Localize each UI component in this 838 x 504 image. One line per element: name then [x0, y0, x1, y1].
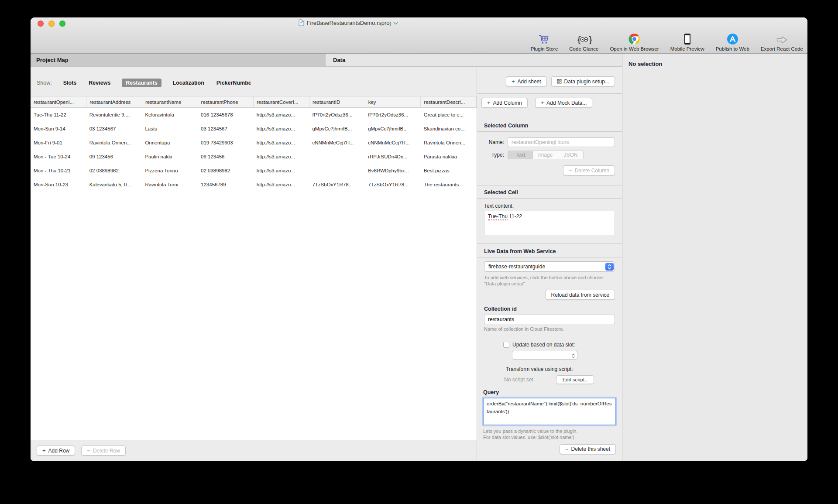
type-option-json[interactable]: JSON [558, 151, 584, 159]
cell[interactable]: 123456789 [198, 178, 254, 192]
web-service-select[interactable]: firebase-restaurantguide [484, 261, 615, 272]
cell[interactable]: Ravintola Onnen... [421, 136, 477, 150]
app-window: FireBaseRestaurantsDemo.rsproj Plugin St… [31, 17, 807, 461]
column-header[interactable]: restaurantPhone [198, 96, 254, 108]
cell[interactable]: Bv8RWDphy9bx... [365, 164, 421, 178]
cell[interactable]: Ravintola Onnen... [86, 136, 142, 150]
tab-data[interactable]: Data [326, 54, 622, 66]
type-option-image[interactable]: Image [533, 151, 558, 159]
toolbar-mobile-preview[interactable]: Mobile Preview [670, 33, 704, 51]
window-title-row: FireBaseRestaurantsDemo.rsproj [31, 19, 666, 26]
cell[interactable]: Mon-Sun 10-23 [31, 178, 86, 192]
document-proxy-icon[interactable] [299, 19, 304, 26]
cell[interactable]: http://s3.amazo... [254, 122, 309, 136]
column-header[interactable]: restaurantOpeni... [31, 96, 86, 108]
cell[interactable] [309, 150, 365, 164]
cell[interactable] [309, 164, 365, 178]
show-segment-slots[interactable]: Slots [62, 79, 78, 87]
delete-column-button[interactable]: − Delete Column [563, 165, 615, 175]
cell[interactable]: 03 1234567 [86, 122, 142, 136]
cell-content-textarea[interactable]: Tue-Thu 11-22 [484, 211, 615, 235]
cell[interactable]: http://s3.amazo... [254, 150, 309, 164]
titlebar: FireBaseRestaurantsDemo.rsproj Plugin St… [31, 17, 807, 54]
cell[interactable]: Parasta nakkia [421, 150, 477, 164]
chevron-down-icon[interactable] [393, 22, 398, 25]
add-row-button[interactable]: + Add Row [37, 446, 75, 456]
delete-row-button[interactable]: − Delete Row [81, 446, 126, 456]
show-segment-restaurants[interactable]: Restaurants [122, 79, 161, 87]
cell[interactable]: Tue-Thu 11-22 [31, 108, 86, 122]
cell[interactable]: Mon-Fri 9-01 [31, 136, 86, 150]
cell[interactable]: Ravintola Torni [142, 178, 198, 192]
cell[interactable]: 03 1234567 [198, 122, 254, 136]
data-sheet-area: Show: SlotsReviewsRestaurantsLocalizatio… [31, 67, 477, 461]
cell[interactable]: gMpvCc7jhmrlB... [309, 122, 365, 136]
tab-project-map[interactable]: Project Map [31, 54, 326, 66]
cell[interactable]: Skandinavian co... [421, 122, 477, 136]
cell[interactable]: Revontulentie 9,... [86, 108, 142, 122]
toolbar-code-glance[interactable]: {}Code Glance [569, 33, 598, 51]
cell[interactable]: fP70rt2yOdsz36... [365, 108, 421, 122]
collection-id-field[interactable]: restaurants [484, 315, 615, 324]
cell[interactable]: 7TzSbOxY1R78... [365, 178, 421, 192]
cell[interactable]: 09 123456 [86, 150, 142, 164]
cell[interactable]: Keloravintola [142, 108, 198, 122]
data-plugin-setup-button[interactable]: Data plugin setup... [551, 76, 615, 86]
toolbar-publish-to-web[interactable]: Publish to Web [716, 33, 749, 51]
cell[interactable]: Mon - Thu 10-21 [31, 164, 86, 178]
cell[interactable]: Great place to e... [421, 108, 477, 122]
minus-icon: − [565, 446, 569, 452]
show-segment-localization[interactable]: Localization [172, 79, 205, 87]
cell[interactable]: 7TzSbOxY1R78... [309, 178, 365, 192]
cell[interactable]: Paulin nakki [142, 150, 198, 164]
column-header[interactable]: key [365, 96, 421, 108]
cell[interactable]: Onnentupa [142, 136, 198, 150]
cell[interactable]: 02 03898982 [198, 164, 254, 178]
add-column-button[interactable]: + Add Column [481, 98, 528, 108]
reload-data-button[interactable]: Reload data from service [546, 290, 615, 300]
cell[interactable]: 02 03898982 [86, 164, 142, 178]
cell[interactable]: 09 123456 [198, 150, 254, 164]
toolbar-open-in-web-browser[interactable]: Open in Web Browser [610, 33, 659, 51]
cell[interactable]: fP70rt2yOdsz36... [309, 108, 365, 122]
toolbar-export-react-code[interactable]: Export React Code [761, 33, 803, 51]
cell[interactable]: The restaurants... [421, 178, 477, 192]
cell[interactable]: http://s3.amazo... [254, 164, 309, 178]
column-header[interactable]: restaurantCoverI... [254, 96, 309, 108]
toolbar-plugin-store[interactable]: Plugin Store [531, 33, 558, 51]
column-header[interactable]: restaurantAddress [86, 96, 142, 108]
update-data-slot-checkbox[interactable] [503, 342, 509, 348]
type-option-text[interactable]: Text [508, 151, 533, 159]
query-textarea[interactable]: orderBy("restaurantName").limit($slot('d… [483, 398, 616, 425]
cell[interactable]: rHPJrSUDn4Dx... [365, 150, 421, 164]
cell[interactable]: cNNMnMeCcj7H... [365, 136, 421, 150]
cell[interactable]: cNNMnMeCcj7H... [309, 136, 365, 150]
column-header[interactable]: restaurantName [142, 96, 198, 108]
cell[interactable]: 019 73429903 [198, 136, 254, 150]
column-name-field[interactable]: restaurantOpeningHours [508, 137, 615, 147]
delete-sheet-button[interactable]: − Delete this sheet [560, 444, 616, 454]
query-help: Lets you pass a dynamic value to the plu… [483, 429, 615, 441]
column-header[interactable]: restaurantID [309, 96, 365, 108]
add-mock-data-button[interactable]: + Add Mock Data... [535, 98, 593, 108]
column-header[interactable]: restaurantDescri... [421, 96, 477, 108]
cell[interactable]: 016 12345678 [198, 108, 254, 122]
cell[interactable]: Lastu [142, 122, 198, 136]
select-stepper-icon [605, 263, 614, 271]
web-service-help: To add web services, click the button ab… [484, 274, 615, 287]
cell[interactable]: http://s3.amazo... [254, 108, 309, 122]
edit-script-button[interactable]: Edit script.. [556, 375, 594, 384]
cell[interactable]: Best pizzas [421, 164, 477, 178]
add-sheet-button[interactable]: + Add sheet [506, 76, 547, 86]
show-segment-pickernumbe[interactable]: PickerNumbe [216, 79, 251, 87]
cell[interactable]: Kalevankatu 5, 0... [86, 178, 142, 192]
cell[interactable]: gMpvCc7jhmrlB... [365, 122, 421, 136]
data-slot-select[interactable] [512, 351, 577, 360]
cell[interactable]: Mon-Sun 9-14 [31, 122, 86, 136]
cell[interactable]: Mon - Tue 10-24 [31, 150, 86, 164]
cell[interactable]: http://s3.amazo... [254, 136, 309, 150]
cell[interactable]: Pizzeria Tonno [142, 164, 198, 178]
table-row: Mon-Sun 9-1403 1234567Lastu03 1234567htt… [31, 122, 477, 136]
cell[interactable]: http://s3.amazo... [254, 178, 309, 192]
show-segment-reviews[interactable]: Reviews [88, 79, 111, 87]
